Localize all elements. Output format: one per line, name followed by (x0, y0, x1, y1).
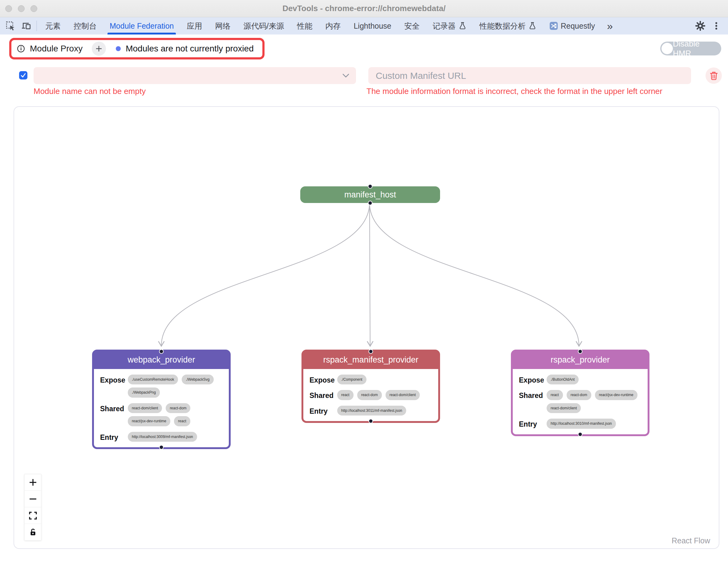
toggle-knob (662, 43, 673, 54)
tab-label: 网络 (215, 21, 230, 31)
module-tag: react (174, 416, 190, 426)
tab-label: 元素 (45, 21, 61, 31)
fit-view-button[interactable] (24, 507, 41, 524)
graph-node-rspack_provider[interactable]: rspack_providerExpose./ButtonOldAntShare… (511, 350, 649, 436)
section-label: Entry (100, 432, 128, 442)
section-label: Entry (310, 406, 337, 415)
bottom-handle (578, 432, 583, 436)
tab-cjk-1[interactable]: 控制台 (67, 17, 103, 34)
module-graph-canvas[interactable]: manifest_hostwebpack_providerExpose./use… (13, 106, 719, 549)
proxy-status-text: Modules are not currently proxied (126, 44, 254, 54)
tab-cjk-7[interactable]: 内存 (319, 17, 347, 34)
tab-lighthouse[interactable]: Lighthouse (347, 17, 398, 34)
graph-node-rspack_manifest_provider[interactable]: rspack_manifest_providerExpose./Componen… (301, 350, 440, 423)
inspect-cursor-icon (5, 21, 16, 31)
module-proxy-title: Module Proxy (30, 44, 83, 54)
graph-edges (14, 107, 719, 548)
zoom-in-button[interactable] (24, 474, 41, 491)
module-tag: http://localhost:3009/mf-manifest.json (128, 432, 197, 442)
module-tag: react-dom (166, 403, 190, 413)
module-tag: react-dom/client (128, 403, 162, 413)
tab-cjk-11[interactable]: 性能数据分析 (473, 17, 543, 34)
custom-manifest-url-input[interactable] (368, 67, 691, 84)
top-handle (159, 349, 164, 354)
tab-label: 控制台 (74, 21, 97, 31)
graph-edge-rspack_provider (370, 203, 579, 346)
node-title: rspack_provider (513, 351, 648, 369)
traffic-lights (5, 0, 37, 17)
inspect-element-button[interactable] (2, 17, 19, 34)
tab-cjk-5[interactable]: 源代码/来源 (237, 17, 290, 34)
tab-label: 性能 (297, 21, 312, 31)
close-window-button[interactable] (5, 5, 12, 12)
fit-view-icon (29, 512, 37, 520)
node-section-expose: Expose./ButtonOldAnt (519, 375, 644, 384)
info-icon (17, 45, 25, 53)
settings-button[interactable] (692, 17, 708, 34)
delete-module-button[interactable] (705, 67, 722, 84)
react-flow-attribution[interactable]: React Flow (672, 536, 710, 545)
section-tags: ./Component (337, 375, 367, 384)
zoom-window-button[interactable] (30, 5, 37, 12)
zoom-in-icon (29, 478, 37, 486)
module-tag: react-dom (566, 390, 591, 400)
graph-node-manifest_host[interactable]: manifest_host (300, 186, 440, 203)
devtools-menu-button[interactable] (708, 17, 724, 34)
tab-cjk-4[interactable]: 网络 (208, 17, 237, 34)
node-section-expose: Expose./Component (310, 375, 435, 384)
tab-label: 记录器 (433, 21, 456, 31)
module-name-select[interactable] (34, 67, 356, 84)
trash-icon (709, 71, 718, 80)
top-handle (369, 349, 373, 354)
node-section-shared: Sharedreactreact-domreact-dom/client (310, 390, 435, 400)
node-section-entry: Entryhttp://localhost:3010/mf-manifest.j… (519, 419, 644, 428)
more-tabs-button[interactable]: » (602, 17, 618, 34)
node-section-entry: Entryhttp://localhost:3011/mf-manifest.j… (310, 406, 435, 415)
tab-cjk-6[interactable]: 性能 (290, 17, 319, 34)
gear-icon (695, 21, 705, 31)
module-tag: react/jsx-dev-runtime (128, 416, 170, 426)
add-proxy-rule-button[interactable] (92, 41, 106, 56)
tab-label: 性能数据分析 (479, 21, 526, 31)
node-section-expose: Expose./useCustomRemoteHook./WebpackSvg.… (100, 375, 225, 398)
chevron-down-icon (343, 74, 349, 78)
section-label: Expose (100, 375, 128, 384)
section-label: Shared (310, 390, 337, 400)
tab-label: 源代码/来源 (243, 21, 284, 31)
node-title: rspack_manifest_provider (303, 351, 438, 369)
tab-cjk-0[interactable]: 元素 (39, 17, 67, 34)
lock-interactivity-button[interactable] (24, 524, 41, 541)
proxy-status-dot (116, 46, 121, 51)
devtools-tabbar: 元素控制台Module Federation应用网络源代码/来源性能内存Ligh… (0, 17, 728, 34)
module-tag: react (547, 390, 563, 400)
module-proxy-highlight-box: Module Proxy Modules are not currently p… (9, 38, 265, 59)
minimize-window-button[interactable] (18, 5, 25, 12)
tab-label: 安全 (404, 21, 420, 31)
flask-icon (459, 22, 467, 30)
module-tag: http://localhost:3011/mf-manifest.json (337, 406, 406, 415)
tab-cjk-3[interactable]: 应用 (180, 17, 208, 34)
top-handle (578, 349, 583, 354)
section-tags: http://localhost:3009/mf-manifest.json (128, 432, 197, 442)
section-label: Shared (519, 390, 547, 400)
zoom-out-button[interactable] (24, 491, 41, 507)
section-label: Entry (519, 419, 547, 428)
module-enabled-checkbox[interactable] (19, 71, 27, 80)
device-toolbar-button[interactable] (19, 17, 34, 34)
node-body: Expose./useCustomRemoteHook./WebpackSvg.… (94, 369, 229, 447)
tab-cjk-10[interactable]: 记录器 (426, 17, 473, 34)
tab-requestly[interactable]: Requestly (543, 17, 602, 34)
section-tags: http://localhost:3010/mf-manifest.json (547, 419, 616, 428)
disable-hmr-toggle[interactable]: Disable HMR (660, 41, 721, 55)
tab-module-federation[interactable]: Module Federation (103, 17, 180, 34)
plus-icon (95, 45, 103, 52)
node-body: Expose./ButtonOldAntSharedreactreact-dom… (513, 369, 648, 434)
tab-cjk-9[interactable]: 安全 (398, 17, 426, 34)
toggle-label: Disable HMR (673, 39, 721, 58)
window-titlebar: DevTools - chrome-error://chromewebdata/ (0, 0, 728, 17)
node-section-entry: Entryhttp://localhost:3009/mf-manifest.j… (100, 432, 225, 442)
unlock-icon (29, 528, 37, 536)
bottom-handle (159, 445, 164, 450)
manifest-format-error: The module information format is incorre… (367, 87, 662, 96)
graph-node-webpack_provider[interactable]: webpack_providerExpose./useCustomRemoteH… (92, 350, 231, 449)
